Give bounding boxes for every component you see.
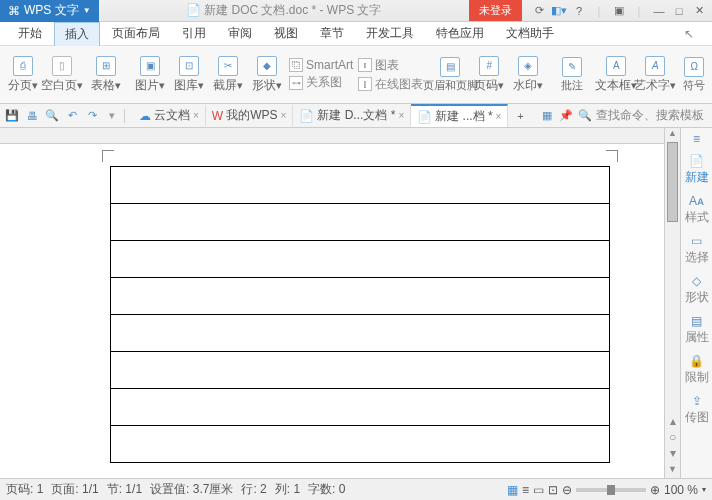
- doc-tab[interactable]: ☁云文档×: [133, 105, 206, 126]
- pin-icon[interactable]: 📌: [558, 108, 574, 124]
- help-icon[interactable]: ?: [570, 3, 588, 19]
- table-cell[interactable]: [111, 315, 610, 352]
- picture-button[interactable]: ▣ 图片▾: [131, 56, 169, 94]
- table-cell[interactable]: [111, 167, 610, 204]
- redo-icon[interactable]: ↷: [84, 108, 100, 124]
- chart-button[interactable]: ⫾图表: [358, 57, 423, 74]
- status-page[interactable]: 页码: 1: [6, 481, 43, 498]
- nav-next-icon[interactable]: ▾: [670, 446, 676, 460]
- sync-icon[interactable]: ⟳: [530, 3, 548, 19]
- close-icon[interactable]: ×: [398, 110, 404, 121]
- textbox-button[interactable]: A 文本框▾: [597, 56, 635, 94]
- status-bar: 页码: 1 页面: 1/1 节: 1/1 设置值: 3.7厘米 行: 2 列: …: [0, 478, 712, 500]
- page-break-button[interactable]: ⎙ 分页▾: [4, 56, 42, 94]
- view-web-icon[interactable]: ▭: [533, 483, 544, 497]
- comment-button[interactable]: ✎ 批注: [553, 57, 591, 93]
- menu-页面布局[interactable]: 页面布局: [102, 22, 170, 45]
- view-mode-icon[interactable]: ▦: [507, 483, 518, 497]
- doc-tab[interactable]: 📄新建 D...文档 *×: [293, 105, 411, 126]
- gallery-button[interactable]: ⊡ 图库▾: [170, 56, 208, 94]
- sidepanel-新建[interactable]: 📄新建: [685, 154, 709, 186]
- zoom-out-button[interactable]: ⊖: [562, 483, 572, 497]
- zoom-in-button[interactable]: ⊕: [650, 483, 660, 497]
- panel-collapse-icon[interactable]: ≡: [689, 132, 705, 146]
- table-cell[interactable]: [111, 426, 610, 463]
- view-icon[interactable]: ▦: [539, 108, 555, 124]
- nav-prev-icon[interactable]: ▴: [670, 414, 676, 428]
- status-setval[interactable]: 设置值: 3.7厘米: [150, 481, 233, 498]
- shapes-button[interactable]: ◆ 形状▾: [248, 56, 286, 94]
- online-pic-button[interactable]: ⫿在线图表: [358, 76, 423, 93]
- login-button[interactable]: 未登录: [469, 0, 522, 21]
- watermark-button[interactable]: ◈ 水印▾: [509, 56, 547, 94]
- undo-icon[interactable]: ↶: [64, 108, 80, 124]
- skin-icon[interactable]: ◧▾: [550, 3, 568, 19]
- page-number-button[interactable]: # 页码▾: [470, 56, 508, 94]
- close-button[interactable]: ✕: [690, 3, 708, 19]
- scroll-down-icon[interactable]: ▼: [665, 464, 680, 478]
- print-icon[interactable]: 🖶: [24, 108, 40, 124]
- scrollbar-vertical[interactable]: ▲ ▴ ○ ▾ ▼: [664, 128, 680, 478]
- nav-circle-icon[interactable]: ○: [669, 430, 676, 444]
- scroll-up-icon[interactable]: ▲: [665, 128, 680, 142]
- wordart-button[interactable]: A 艺术字▾: [636, 56, 674, 94]
- table-cell[interactable]: [111, 278, 610, 315]
- table-button[interactable]: ⊞ 表格▾: [87, 56, 125, 94]
- sidepanel-限制[interactable]: 🔒限制: [685, 354, 709, 386]
- preview-icon[interactable]: 🔍: [44, 108, 60, 124]
- save-icon[interactable]: 💾: [4, 108, 20, 124]
- relation-button[interactable]: ⊶关系图: [289, 74, 353, 91]
- doc-tab[interactable]: 📄新建 ...档 *×: [411, 104, 508, 127]
- close-icon[interactable]: ×: [281, 110, 287, 121]
- sidepanel-样式[interactable]: Aᴀ样式: [685, 194, 709, 226]
- maximize-button[interactable]: □: [670, 3, 688, 19]
- zoom-more-icon[interactable]: ▾: [702, 485, 706, 494]
- table-cell[interactable]: [111, 352, 610, 389]
- menu-开发工具[interactable]: 开发工具: [356, 22, 424, 45]
- sidepanel-选择[interactable]: ▭选择: [685, 234, 709, 266]
- document-table[interactable]: [110, 166, 610, 463]
- sidepanel-icon: Aᴀ: [689, 194, 705, 208]
- status-words[interactable]: 字数: 0: [308, 481, 345, 498]
- document-canvas[interactable]: [0, 128, 664, 478]
- view-outline-icon[interactable]: ≡: [522, 483, 529, 497]
- sidepanel-形状[interactable]: ◇形状: [685, 274, 709, 306]
- symbol-button[interactable]: Ω 符号: [675, 57, 712, 93]
- zoom-value[interactable]: 100 %: [664, 483, 698, 497]
- app-menu[interactable]: ⌘ WPS 文字 ▼: [0, 0, 99, 22]
- fit-icon[interactable]: ⊡: [548, 483, 558, 497]
- menu-开始[interactable]: 开始: [8, 22, 52, 45]
- menu-文档助手[interactable]: 文档助手: [496, 22, 564, 45]
- screenshot-button[interactable]: ✂ 截屏▾: [209, 56, 247, 94]
- doc-tab[interactable]: W我的WPS×: [206, 105, 294, 126]
- menu-章节[interactable]: 章节: [310, 22, 354, 45]
- minimize-button[interactable]: —: [650, 3, 668, 19]
- close-icon[interactable]: ×: [496, 111, 502, 122]
- blank-page-button[interactable]: ▯ 空白页▾: [43, 56, 81, 94]
- table-cell[interactable]: [111, 241, 610, 278]
- header-footer-button[interactable]: ▤ 页眉和页脚: [431, 57, 469, 93]
- status-section[interactable]: 节: 1/1: [107, 481, 142, 498]
- zoom-slider[interactable]: [576, 488, 646, 492]
- search-icon[interactable]: 🔍: [577, 108, 593, 124]
- status-row[interactable]: 行: 2: [241, 481, 266, 498]
- close-icon[interactable]: ×: [193, 110, 199, 121]
- status-pages[interactable]: 页面: 1/1: [51, 481, 98, 498]
- more-icon[interactable]: ▾: [104, 108, 120, 124]
- status-col[interactable]: 列: 1: [275, 481, 300, 498]
- menu-特色应用[interactable]: 特色应用: [426, 22, 494, 45]
- smartart-button[interactable]: ⿻SmartArt: [289, 58, 353, 72]
- sidepanel-传图[interactable]: ⇪传图: [685, 394, 709, 426]
- menu-插入[interactable]: 插入: [54, 22, 100, 46]
- menu-视图[interactable]: 视图: [264, 22, 308, 45]
- table-cell[interactable]: [111, 204, 610, 241]
- add-tab-button[interactable]: +: [512, 108, 528, 124]
- ruler-horizontal[interactable]: [0, 128, 664, 144]
- table-cell[interactable]: [111, 389, 610, 426]
- search-placeholder[interactable]: 查找命令、搜索模板: [596, 108, 704, 122]
- menu-引用[interactable]: 引用: [172, 22, 216, 45]
- scroll-thumb[interactable]: [667, 142, 678, 222]
- sidepanel-属性[interactable]: ▤属性: [685, 314, 709, 346]
- menu-审阅[interactable]: 审阅: [218, 22, 262, 45]
- restore-icon[interactable]: ▣: [610, 3, 628, 19]
